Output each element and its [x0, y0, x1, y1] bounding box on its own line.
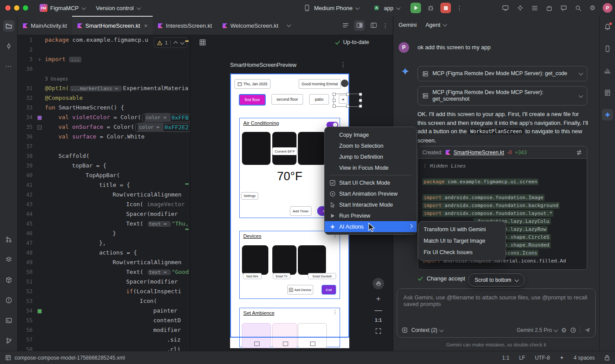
menu-item-start-ui-check[interactable]: Start UI Check Mode [325, 177, 417, 188]
terminal-tool-button[interactable] [3, 315, 15, 326]
code-line[interactable]: 46} [18, 229, 190, 238]
window-maximize-button[interactable] [23, 5, 28, 11]
menu-item-start-interactive-mode[interactable]: Start Interactive Mode [325, 199, 417, 210]
code-line[interactable]: 54painter [18, 306, 190, 316]
prev-problem-icon[interactable] [174, 41, 178, 45]
statusbar-ai-icon[interactable]: ✦ [560, 355, 564, 361]
tab-gemini[interactable]: Gemini [399, 22, 417, 28]
statusbar-indent[interactable]: 4 spaces [574, 355, 595, 361]
submenu-item-transform-ui[interactable]: Transform UI with Gemini [418, 224, 505, 235]
statusbar-lock-icon[interactable] [604, 355, 610, 360]
tab-smarthomescreen[interactable]: SmartHomeScreen.kt × [72, 16, 153, 35]
project-tool-button[interactable] [3, 20, 15, 32]
attach-context-icon[interactable] [402, 327, 408, 333]
tab-interestsscreen[interactable]: InterestsScreen.kt [153, 16, 217, 35]
submenu-item-fix-ui-issues[interactable]: Fix UI Check Issues [418, 247, 505, 258]
ambience-tile[interactable] [298, 323, 327, 348]
edit-button[interactable]: Edit [322, 285, 336, 295]
preview-grid-icon[interactable] [197, 36, 208, 48]
tool-call-get-code[interactable]: MCP (Figma Remote Dev Mode MCP Server): … [417, 66, 587, 81]
code-line[interactable]: 32@Composable [18, 93, 190, 103]
more-tool-windows-button[interactable]: ⋯ [3, 61, 15, 72]
run-config-selector[interactable]: app [372, 4, 400, 12]
pan-hand-icon[interactable] [373, 278, 384, 289]
ac-add-timer-button[interactable]: Add Timer [290, 206, 311, 216]
commit-tool-button[interactable] [3, 40, 15, 52]
floor-chip-patio[interactable]: patio [309, 94, 329, 105]
tool-call-get-screenshot[interactable]: MCP (Figma Remote Dev Mode MCP Server): … [417, 86, 587, 106]
floor-chip-first[interactable]: first floor [239, 94, 266, 106]
gemini-tool-icon[interactable] [602, 109, 613, 120]
feedback-icon[interactable] [559, 4, 568, 12]
editor-layout-icon[interactable] [368, 20, 379, 31]
ambience-tile[interactable] [272, 323, 297, 348]
code-editor[interactable]: 1package com.example.figmamcp.u23›import… [18, 35, 190, 351]
code-line[interactable]: 44Spacer(modifier [18, 209, 190, 219]
code-line[interactable]: 58.cli [18, 345, 190, 351]
main-menu-icon[interactable] [530, 4, 539, 12]
history-icon[interactable] [570, 327, 576, 333]
ambience-options-icon[interactable]: ⋮ [333, 309, 337, 315]
code-line[interactable]: 50Text( text = "Good [18, 267, 190, 277]
add-device-button[interactable]: Add Device [287, 285, 313, 295]
statusbar-line-separator[interactable]: LF [519, 355, 525, 361]
code-line[interactable]: 34val violetColor = Color(color = 0xFFB [18, 113, 190, 122]
split-editor-icon[interactable] [354, 20, 365, 31]
code-line[interactable]: 47}, [18, 238, 190, 248]
open-diff-icon[interactable] [576, 149, 582, 156]
zoom-out-button[interactable]: — [373, 306, 384, 315]
code-line[interactable]: 3 Usages [18, 74, 190, 84]
code-line[interactable]: 42Row(verticalAlignmen [18, 190, 190, 200]
statusbar-encoding[interactable]: UTF-8 [535, 355, 550, 361]
code-line[interactable]: 38Scaffold( [18, 151, 190, 161]
debug-button[interactable] [426, 4, 435, 12]
code-line[interactable]: 36val surface = Color.White [18, 132, 190, 142]
menu-item-view-in-focus-mode[interactable]: View in Focus Mode [325, 162, 417, 173]
scroll-to-bottom-button[interactable]: Scroll to bottom [468, 273, 525, 287]
tab-options-icon[interactable]: ⋮ [382, 22, 388, 29]
menu-item-start-animation-preview[interactable]: Start Animation Preview [325, 188, 417, 199]
prompt-settings-icon[interactable]: ⚙ [561, 327, 567, 334]
code-line[interactable]: 51Spacer(modifier [18, 277, 190, 287]
ac-settings-chip[interactable]: Settings [241, 192, 258, 200]
device-streaming-icon[interactable] [501, 4, 510, 12]
tab-welcomescreen[interactable]: WelcomeScreen.kt [217, 16, 284, 35]
code-line[interactable]: 35val onSurface = Color(color = 0xFF2E2 [18, 122, 190, 132]
window-minimize-button[interactable] [14, 5, 19, 11]
next-problem-icon[interactable] [180, 40, 185, 44]
problems-tool-button[interactable] [3, 295, 15, 306]
preview-profile-avatar[interactable] [341, 80, 348, 87]
project-selector[interactable]: FM FigmaMCP [40, 4, 85, 12]
device-tile[interactable] [298, 245, 326, 275]
preview-name-label[interactable]: SmartHomeScreenPreview [230, 62, 297, 68]
tab-agent[interactable]: Agent [425, 22, 447, 28]
zoom-in-button[interactable]: + [373, 295, 384, 303]
chat-input[interactable] [397, 289, 595, 313]
inspection-widget[interactable]: 1 [154, 37, 187, 48]
window-close-button[interactable] [5, 5, 11, 11]
run-button[interactable] [410, 3, 421, 13]
menu-item-run-preview[interactable]: Run Preview [325, 210, 417, 221]
profile-avatar[interactable]: P [603, 3, 612, 13]
code-line[interactable]: 40TopAppBar( [18, 171, 190, 180]
statusbar-file-label[interactable]: compose-compose-model-1758866285245.xml [15, 355, 125, 361]
code-line[interactable]: 48actions = { [18, 248, 190, 258]
statusbar-zoom[interactable]: 1:1 [502, 355, 509, 361]
notifications-bell-icon[interactable] [602, 21, 613, 33]
code-line[interactable]: 43Icon( imageVector [18, 200, 190, 209]
code-line[interactable]: 55contentD [18, 316, 190, 325]
menu-item-copy-image[interactable]: Copy Image [325, 129, 417, 140]
model-selector[interactable]: Gemini 2.5 Pro [516, 327, 557, 333]
ambience-tile[interactable] [242, 323, 271, 348]
stop-button[interactable] [440, 3, 451, 13]
logcat-icon[interactable] [602, 87, 613, 98]
code-line[interactable]: 39topBar = { [18, 161, 190, 171]
menu-item-zoom-to-selection[interactable]: Zoom to Selection [325, 140, 417, 151]
search-icon[interactable] [574, 4, 582, 12]
tab-list-icon[interactable] [340, 20, 351, 31]
floor-chip-add[interactable]: + [339, 95, 348, 104]
plugins-icon[interactable] [545, 4, 553, 12]
code-line[interactable]: 33fun SmartHomeScreen() { [18, 103, 190, 113]
context-button[interactable]: Context (2) [411, 327, 443, 333]
preview-date-chip[interactable]: Thu, Jan 2025 [234, 79, 271, 89]
